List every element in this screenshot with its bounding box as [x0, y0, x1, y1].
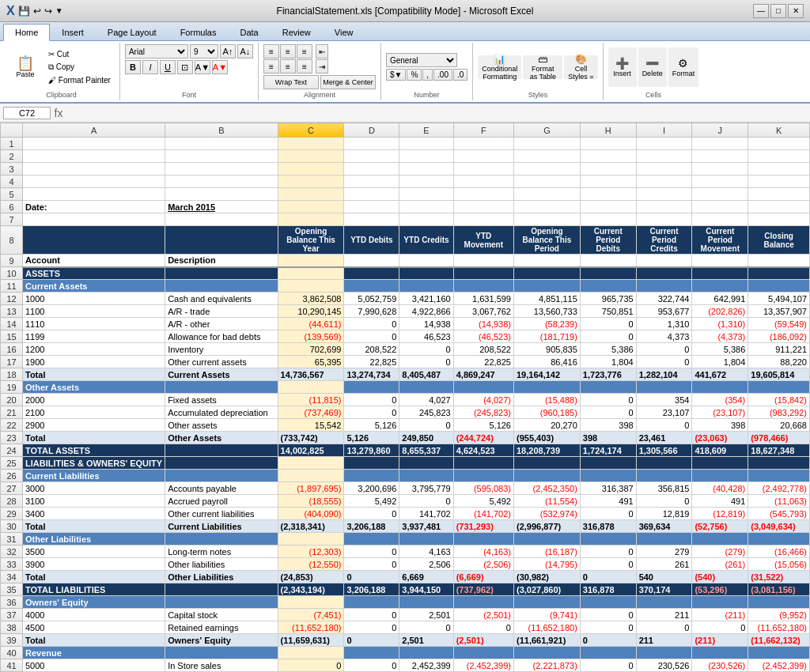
- table-cell[interactable]: Other current assets: [165, 356, 278, 368]
- table-cell[interactable]: [453, 533, 513, 546]
- table-cell[interactable]: [344, 647, 399, 659]
- table-cell[interactable]: [692, 647, 748, 659]
- table-cell[interactable]: Total: [23, 368, 165, 381]
- table-cell[interactable]: 3,067,762: [453, 305, 513, 318]
- table-cell[interactable]: 0: [580, 609, 636, 621]
- table-cell[interactable]: 211: [636, 634, 692, 647]
- table-cell[interactable]: (3,049,634): [748, 520, 810, 533]
- table-cell[interactable]: [692, 596, 748, 609]
- table-cell[interactable]: (983,292): [748, 406, 810, 419]
- table-cell[interactable]: (6,669): [453, 571, 513, 583]
- table-cell[interactable]: [278, 201, 344, 213]
- tab-formulas[interactable]: Formulas: [168, 24, 229, 40]
- table-cell[interactable]: [278, 138, 344, 150]
- table-cell[interactable]: 1,804: [580, 356, 636, 368]
- table-cell[interactable]: [513, 457, 580, 470]
- copy-button[interactable]: ⧉ Copy: [44, 61, 115, 74]
- table-cell[interactable]: 5000: [23, 659, 165, 672]
- table-cell[interactable]: [453, 280, 513, 293]
- table-cell[interactable]: Opening Balance This Year: [278, 226, 344, 255]
- table-cell[interactable]: 0: [399, 356, 453, 368]
- table-cell[interactable]: [580, 596, 636, 609]
- table-cell[interactable]: [513, 176, 580, 188]
- table-cell[interactable]: [344, 457, 399, 470]
- table-cell[interactable]: [399, 188, 453, 201]
- table-cell[interactable]: [748, 596, 810, 609]
- table-cell[interactable]: Other Liabilities: [23, 533, 165, 546]
- table-cell[interactable]: [692, 163, 748, 176]
- table-cell[interactable]: 4,373: [636, 330, 692, 343]
- table-cell[interactable]: [453, 457, 513, 470]
- table-cell[interactable]: 2100: [23, 406, 165, 419]
- table-cell[interactable]: 316,878: [580, 583, 636, 596]
- col-E[interactable]: E: [399, 123, 453, 138]
- table-cell[interactable]: (16,466): [748, 546, 810, 558]
- col-G[interactable]: G: [513, 123, 580, 138]
- table-cell[interactable]: Capital stock: [165, 609, 278, 621]
- font-color-button[interactable]: A▼: [212, 60, 228, 74]
- table-cell[interactable]: [278, 533, 344, 546]
- table-cell[interactable]: [399, 381, 453, 394]
- table-cell[interactable]: [399, 470, 453, 482]
- table-cell[interactable]: (18,555): [278, 495, 344, 508]
- table-cell[interactable]: (40,428): [692, 482, 748, 495]
- table-cell[interactable]: 1,724,174: [580, 444, 636, 457]
- table-cell[interactable]: 3,944,150: [399, 583, 453, 596]
- table-cell[interactable]: (2,506): [453, 558, 513, 571]
- table-cell[interactable]: (2,501): [453, 609, 513, 621]
- table-cell[interactable]: Retained earnings: [165, 621, 278, 634]
- format-as-table-button[interactable]: 🗃 Formatas Table: [523, 55, 562, 79]
- table-cell[interactable]: [513, 470, 580, 482]
- table-cell[interactable]: 0: [580, 621, 636, 634]
- table-cell[interactable]: (52,756): [692, 520, 748, 533]
- table-cell[interactable]: (733,742): [278, 432, 344, 444]
- table-cell[interactable]: 0: [580, 406, 636, 419]
- table-cell[interactable]: 13,357,907: [748, 305, 810, 318]
- table-cell[interactable]: (139,569): [278, 330, 344, 343]
- table-cell[interactable]: (211): [692, 634, 748, 647]
- table-cell[interactable]: (186,092): [748, 330, 810, 343]
- table-cell[interactable]: [399, 176, 453, 188]
- table-cell[interactable]: [636, 138, 692, 150]
- table-cell[interactable]: (211): [692, 609, 748, 621]
- table-cell[interactable]: 208,522: [344, 343, 399, 356]
- table-cell[interactable]: TOTAL LIABILITIES: [23, 583, 165, 596]
- table-cell[interactable]: 491: [692, 495, 748, 508]
- table-cell[interactable]: [748, 138, 810, 150]
- table-cell[interactable]: 0: [399, 495, 453, 508]
- table-cell[interactable]: Accounts payable: [165, 482, 278, 495]
- table-cell[interactable]: Cash and equivalents: [165, 293, 278, 305]
- table-cell[interactable]: [165, 163, 278, 176]
- table-cell[interactable]: Current Assets: [23, 280, 165, 293]
- table-cell[interactable]: 1900: [23, 356, 165, 368]
- table-cell[interactable]: 20,668: [748, 419, 810, 432]
- table-cell[interactable]: [399, 213, 453, 226]
- table-cell[interactable]: [748, 267, 810, 280]
- table-cell[interactable]: [513, 188, 580, 201]
- table-cell[interactable]: [165, 188, 278, 201]
- table-cell[interactable]: ASSETS: [23, 267, 165, 280]
- table-cell[interactable]: [278, 176, 344, 188]
- table-cell[interactable]: Accrued payroll: [165, 495, 278, 508]
- insert-button[interactable]: ➕ Insert: [608, 47, 637, 87]
- table-cell[interactable]: [23, 176, 165, 188]
- delete-button[interactable]: ➖ Delete: [638, 47, 667, 87]
- table-cell[interactable]: [748, 213, 810, 226]
- table-cell[interactable]: [399, 280, 453, 293]
- table-cell[interactable]: Other Assets: [23, 381, 165, 394]
- table-cell[interactable]: [453, 255, 513, 267]
- table-cell[interactable]: 8,655,337: [399, 444, 453, 457]
- table-cell[interactable]: (2,452,399): [453, 659, 513, 672]
- table-cell[interactable]: [692, 188, 748, 201]
- table-cell[interactable]: [453, 596, 513, 609]
- table-cell[interactable]: 0: [580, 634, 636, 647]
- font-size-select[interactable]: 9: [190, 44, 218, 59]
- table-cell[interactable]: [165, 457, 278, 470]
- bold-button[interactable]: B: [125, 60, 141, 74]
- table-cell[interactable]: [580, 188, 636, 201]
- table-cell[interactable]: In Store sales: [165, 659, 278, 672]
- table-cell[interactable]: Current Period Movement: [692, 226, 748, 255]
- table-cell[interactable]: 0: [580, 394, 636, 406]
- table-cell[interactable]: 4,027: [399, 394, 453, 406]
- table-cell[interactable]: [278, 150, 344, 163]
